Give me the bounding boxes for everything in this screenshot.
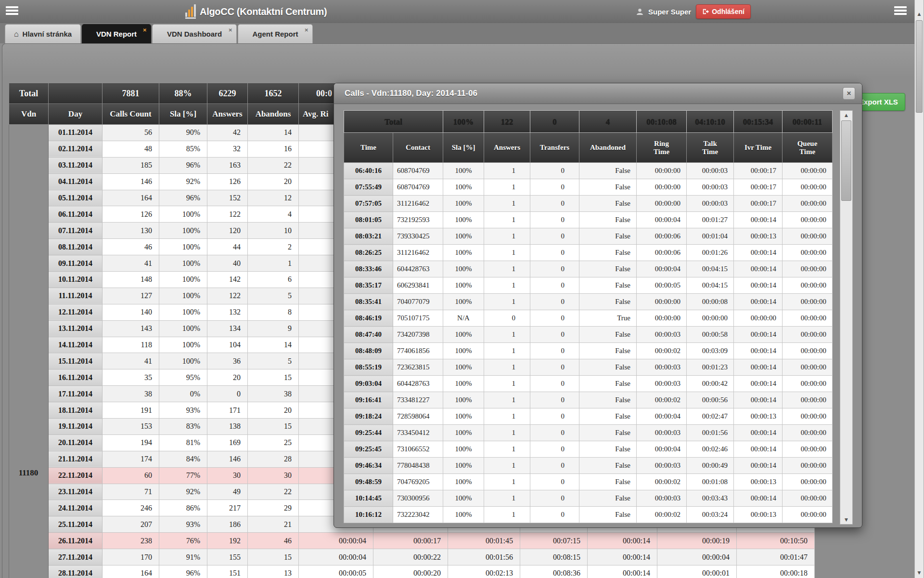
cell: 93% bbox=[159, 402, 207, 419]
table-row[interactable]: 27.11.201417091%1551500:00:0400:00:2200:… bbox=[9, 549, 815, 565]
cell: 100% bbox=[159, 320, 207, 337]
cell: 36 bbox=[207, 353, 248, 369]
call-row: 09:48:59704769205100%10False00:00:0200:0… bbox=[344, 474, 833, 490]
day-cell[interactable]: 19.11.2014 bbox=[49, 419, 103, 435]
day-cell[interactable]: 25.11.2014 bbox=[49, 516, 103, 533]
call-row: 10:16:12732223042100%10False00:00:0200:0… bbox=[344, 507, 833, 523]
day-cell[interactable]: 10.11.2014 bbox=[49, 272, 103, 288]
cell: 00:00:00 bbox=[783, 179, 833, 196]
day-cell[interactable]: 16.11.2014 bbox=[49, 369, 103, 386]
day-cell[interactable]: 09.11.2014 bbox=[49, 255, 103, 272]
day-cell[interactable]: 13.11.2014 bbox=[49, 320, 103, 337]
cell: 122 bbox=[207, 206, 248, 223]
cell: 00:00:58 bbox=[687, 327, 734, 343]
tab-vdn-report[interactable]: VDN Report ✕ bbox=[82, 24, 151, 43]
cell: 00:00:02 bbox=[637, 507, 687, 523]
day-cell[interactable]: 28.11.2014 bbox=[49, 565, 103, 578]
column-header: Contact bbox=[393, 133, 443, 163]
cell: 08:26:25 bbox=[344, 245, 393, 261]
cell: 194 bbox=[103, 434, 159, 451]
cell: 09:25:45 bbox=[344, 441, 393, 458]
cell: 122 bbox=[484, 111, 530, 133]
day-cell[interactable]: 11.11.2014 bbox=[49, 288, 103, 304]
day-cell[interactable]: 01.11.2014 bbox=[49, 125, 103, 141]
column-header: Abandons bbox=[248, 104, 299, 125]
cell: 00:00:14 bbox=[734, 490, 783, 507]
cell: 100% bbox=[443, 408, 484, 425]
column-header: Time bbox=[344, 133, 393, 163]
call-row: 09:03:04604428763100%10False00:00:0300:0… bbox=[344, 376, 833, 392]
cell: 12 bbox=[248, 190, 299, 206]
close-tab-icon[interactable]: ✕ bbox=[143, 27, 147, 33]
day-cell[interactable]: 05.11.2014 bbox=[49, 190, 103, 206]
modal-scrollbar[interactable]: ▲ ▼ bbox=[840, 110, 853, 525]
cell: 100% bbox=[443, 474, 484, 490]
cell: 41 bbox=[103, 255, 159, 272]
cell: 100% bbox=[443, 376, 484, 392]
logout-button[interactable]: Odhlášení bbox=[696, 4, 751, 19]
cell: 0 bbox=[530, 294, 579, 310]
close-tab-icon[interactable]: ✕ bbox=[229, 27, 232, 33]
day-cell[interactable]: 06.11.2014 bbox=[49, 206, 103, 223]
table-row[interactable]: 28.11.201416496%1511300:00:0500:00:2000:… bbox=[9, 565, 815, 578]
scroll-down-icon[interactable]: ▼ bbox=[915, 570, 924, 575]
day-cell[interactable]: 08.11.2014 bbox=[49, 239, 103, 255]
scrollbar-thumb[interactable] bbox=[841, 120, 851, 201]
day-cell[interactable]: 22.11.2014 bbox=[49, 467, 103, 484]
modal-title[interactable]: Calls - Vdn:11180, Day: 2014-11-06 bbox=[334, 83, 862, 104]
cell: 0 bbox=[530, 228, 579, 245]
cell: 00:00:00 bbox=[783, 228, 833, 245]
day-cell[interactable]: 04.11.2014 bbox=[49, 173, 103, 190]
cell: 4 bbox=[248, 206, 299, 223]
day-cell[interactable]: 24.11.2014 bbox=[49, 500, 103, 516]
cell: 00:00:00 bbox=[783, 261, 833, 277]
cell: 0 bbox=[484, 310, 530, 327]
tab-agent-report[interactable]: Agent Report ✕ bbox=[238, 24, 313, 43]
day-cell[interactable]: 23.11.2014 bbox=[49, 484, 103, 500]
cell: 00:01:08 bbox=[687, 474, 734, 490]
day-cell[interactable]: 21.11.2014 bbox=[49, 451, 103, 467]
day-cell[interactable]: 07.11.2014 bbox=[49, 223, 103, 239]
column-header: Vdn bbox=[9, 104, 49, 125]
day-cell[interactable]: 12.11.2014 bbox=[49, 304, 103, 320]
cell: 730300956 bbox=[393, 490, 443, 507]
scroll-up-icon[interactable]: ▲ bbox=[840, 113, 852, 118]
close-tab-icon[interactable]: ✕ bbox=[305, 27, 308, 33]
cell: 00:00:01 bbox=[657, 565, 737, 578]
calls-table-body: 06:40:16608704769100%10False00:00:0000:0… bbox=[344, 163, 833, 523]
scroll-up-icon[interactable]: ▲ bbox=[915, 12, 924, 16]
cell: False bbox=[579, 376, 637, 392]
cell: 00:00:00 bbox=[637, 294, 687, 310]
day-cell[interactable]: 17.11.2014 bbox=[49, 386, 103, 402]
day-cell[interactable]: 27.11.2014 bbox=[49, 549, 103, 565]
cell: 100% bbox=[443, 392, 484, 408]
cell: 4 bbox=[579, 111, 637, 133]
tab-vdn-dashboard[interactable]: VDN Dashboard ✕ bbox=[152, 24, 237, 43]
modal-close-button[interactable]: ✕ bbox=[843, 87, 855, 100]
day-cell[interactable]: 14.11.2014 bbox=[49, 337, 103, 353]
scroll-down-icon[interactable]: ▼ bbox=[840, 517, 852, 522]
menu-icon[interactable] bbox=[6, 6, 18, 16]
cell: 92% bbox=[159, 173, 207, 190]
cell: 1 bbox=[484, 228, 530, 245]
day-cell[interactable]: 15.11.2014 bbox=[49, 353, 103, 369]
cell: 00:10:50 bbox=[737, 533, 815, 549]
page-scrollbar[interactable]: ▲ ▼ bbox=[914, 0, 924, 578]
cell: 100% bbox=[443, 277, 484, 294]
day-cell[interactable]: 20.11.2014 bbox=[49, 434, 103, 451]
cell: 00:01:27 bbox=[687, 212, 734, 228]
tab-hlavni-stranka[interactable]: ⌂ Hlavní stránka bbox=[5, 24, 81, 43]
cell: 00:00:02 bbox=[637, 392, 687, 408]
cell: 21 bbox=[248, 516, 299, 533]
right-menu-icon[interactable] bbox=[894, 6, 907, 16]
day-cell[interactable]: 02.11.2014 bbox=[49, 141, 103, 157]
call-row: 08:33:46604428763100%10False00:00:0400:0… bbox=[344, 261, 833, 277]
day-cell[interactable]: 26.11.2014 bbox=[49, 533, 103, 549]
column-header: Sla [%] bbox=[159, 104, 207, 125]
cell: True bbox=[579, 310, 637, 327]
day-cell[interactable]: 03.11.2014 bbox=[49, 157, 103, 173]
cell: 00:00:00 bbox=[783, 392, 833, 408]
day-cell[interactable]: 18.11.2014 bbox=[49, 402, 103, 419]
table-row[interactable]: 26.11.201423876%1924600:00:0400:00:1700:… bbox=[9, 533, 815, 549]
scrollbar-thumb[interactable] bbox=[916, 20, 923, 113]
